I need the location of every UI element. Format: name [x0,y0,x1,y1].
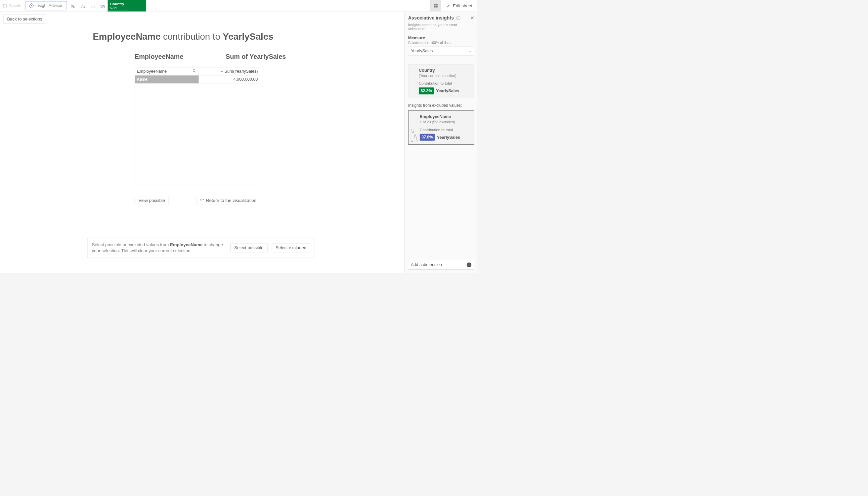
step-back-icon [81,3,85,8]
select-excluded-label: Select excluded [275,245,306,250]
close-icon[interactable]: ✕ [470,15,474,21]
title-middle: contribution to [161,31,223,42]
search-icon[interactable] [192,69,196,74]
selection-tag-country[interactable]: Country CAN [107,0,146,12]
insight-advisor-button[interactable]: Insight Advisor [25,1,67,10]
assets-button[interactable]: Assets [0,0,25,12]
edit-sheet-label: Edit sheet [453,3,473,8]
insights-grid-icon [434,4,437,7]
select-possible-button[interactable]: Select possible [230,243,267,252]
help-icon[interactable]: ? [457,16,461,20]
card-selection-sub: (Your current selection) [419,74,470,78]
svg-rect-4 [91,4,94,7]
table-row[interactable]: Kasie 4,000,000.00 [135,75,260,83]
card-excluded-pct-badge: 37.8% [420,134,435,141]
step-forward-button [88,0,98,12]
footer-hint-bar: Select possible or excluded values from … [87,237,315,258]
add-dimension-button[interactable]: Add a dimension + [408,260,474,270]
sort-desc-icon: ▼ [221,70,224,73]
view-possible-label: View possible [139,198,165,203]
card-selection-measure: YearlySales [436,89,459,94]
clear-selections-button[interactable] [98,0,108,12]
main-area: Back to selections EmployeeName contribu… [0,12,405,273]
panel-title: Associative insights [408,15,454,21]
selection-tag-field: Country [110,2,133,5]
plus-circle-icon: + [467,262,472,267]
cell-dimension: Kasie [135,75,198,83]
table-empty-area [135,83,260,185]
assets-label: Assets [9,3,21,8]
column-heading-dimension: EmployeeName [135,53,226,61]
measure-label: Measure [408,35,474,40]
column-heading-sum: Sum of YearlySales [226,53,289,61]
chevron-down-icon: ⌄ [469,49,472,53]
card-selection-title: Country [419,68,470,73]
svg-point-1 [72,5,74,6]
excluded-section-title: Insights from excluded values: [408,103,474,108]
insight-advisor-icon [29,3,34,9]
panel-subtitle: Insights based on your current selection… [408,23,474,31]
top-toolbar: Assets Insight Advisor Country CAN [0,0,477,12]
back-to-selections-button[interactable]: Back to selections [3,15,46,24]
title-measure: YearlySales [223,31,273,42]
svg-line-10 [195,72,196,72]
title-dimension: EmployeeName [93,31,161,42]
step-back-button[interactable] [78,0,88,12]
panel-separator [408,60,474,60]
sparkline-icon [411,127,418,142]
edit-sheet-button[interactable]: Edit sheet [441,0,477,12]
insight-advisor-label: Insight Advisor [35,3,62,8]
card-excluded-title: EmployeeName [420,114,470,119]
back-to-selections-label: Back to selections [7,17,42,21]
table-header-dimension[interactable]: EmployeeName [135,67,198,75]
card-selection-pct-badge: 62.2% [419,88,434,94]
insight-card-excluded[interactable]: EmployeeName 1 of 20 (5% excluded) Contr… [408,110,474,144]
return-to-visualization-label: Return to the visualization [206,198,256,203]
return-arrow-icon [200,198,204,203]
footer-pre: Select possible or excluded values from [92,242,170,247]
assets-icon [3,4,6,7]
select-possible-label: Select possible [234,245,264,250]
footer-dim: EmployeeName [170,242,203,247]
svg-point-9 [193,69,195,72]
page-title: EmployeeName contribution to YearlySales [93,31,405,42]
detail-table: EmployeeName ▼Sum(YearlySales) [135,67,260,185]
footer-hint-text: Select possible or excluded values from … [92,242,226,254]
view-possible-button[interactable]: View possible [135,196,169,205]
pencil-icon [446,4,451,8]
svg-rect-3 [81,4,85,7]
table-header-dimension-label: EmployeeName [137,69,167,73]
card-excluded-contrib-label: Contribution to total [420,127,470,132]
measure-select[interactable]: YearlySales ⌄ [408,47,474,56]
table-header-sum-label: Sum(YearlySales) [225,69,258,73]
associative-insights-toggle[interactable] [430,0,441,12]
clear-selections-icon [100,3,105,8]
select-excluded-button[interactable]: Select excluded [272,243,310,252]
insight-card-selection[interactable]: Country (Your current selection) Contrib… [408,64,474,98]
svg-rect-11 [411,141,413,142]
svg-line-2 [74,6,74,7]
add-dimension-label: Add a dimension [411,262,442,267]
table-header-sum[interactable]: ▼Sum(YearlySales) [198,67,260,75]
card-excluded-measure: YearlySales [437,135,460,140]
smart-search-button[interactable] [69,0,78,12]
card-selection-contrib-label: Contribution to total [419,81,470,86]
cell-sum: 4,000,000.00 [198,75,260,83]
associative-insights-panel: Associative insights ? ✕ Insights based … [405,12,477,273]
smart-search-icon [71,3,75,8]
selection-tag-value: CAN [110,5,133,9]
return-to-visualization-button[interactable]: Return to the visualization [196,196,260,205]
measure-hint: Calculated on 100% of data [408,41,474,45]
step-forward-icon [90,3,95,8]
card-excluded-sub: 1 of 20 (5% excluded) [420,120,470,125]
measure-select-value: YearlySales [411,49,433,53]
